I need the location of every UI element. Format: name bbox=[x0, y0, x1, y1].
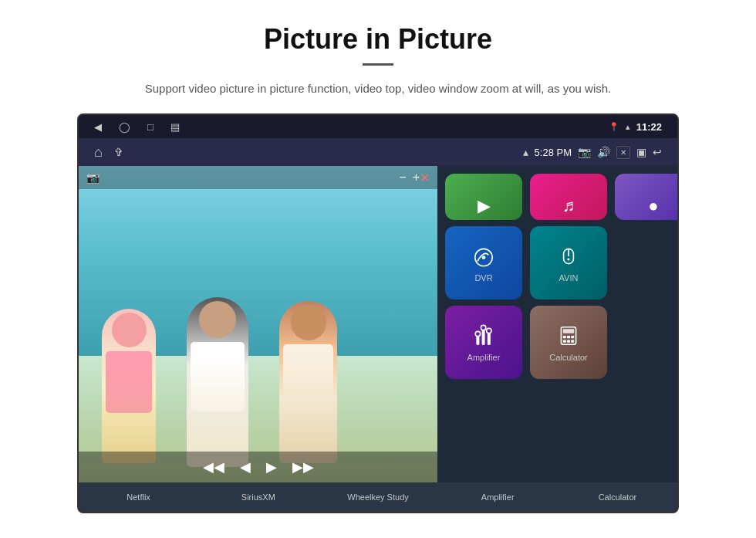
svg-rect-7 bbox=[488, 333, 491, 345]
device-wrapper: ◀ ◯ □ ▤ 📍 ▴ 11:22 ⌂ ✞ ▴ 5 bbox=[77, 113, 679, 513]
svg-rect-16 bbox=[563, 340, 566, 342]
head2 bbox=[199, 301, 236, 338]
close-bar-button[interactable]: ✕ bbox=[616, 146, 630, 159]
right-icons-bar: ▴ 5:28 PM 📷 🔊 ✕ ▣ ↩ bbox=[523, 146, 662, 159]
svg-rect-12 bbox=[563, 329, 574, 333]
svg-rect-6 bbox=[482, 330, 485, 345]
pip-minus-button[interactable]: − bbox=[399, 171, 406, 184]
svg-point-4 bbox=[567, 258, 569, 260]
svg-rect-13 bbox=[563, 336, 566, 338]
bottom-label-amplifier: Amplifier bbox=[438, 492, 558, 502]
head3 bbox=[291, 305, 326, 340]
avin-label: AVIN bbox=[559, 273, 579, 283]
mouse-icon bbox=[556, 244, 581, 269]
bottom-labels: Netflix SiriusXM Wheelkey Study Amplifie… bbox=[79, 482, 677, 512]
bottom-label-calculator: Calculator bbox=[558, 492, 677, 502]
next-button[interactable]: ▶ bbox=[266, 458, 277, 475]
back-bar-icon[interactable]: ↩ bbox=[653, 146, 662, 158]
volume-icon[interactable]: 🔊 bbox=[597, 146, 610, 158]
netflix-partial-icon[interactable]: ▶ bbox=[445, 174, 522, 220]
pip-cam-icon: 📷 bbox=[86, 171, 100, 184]
wifi-icon: ▴ bbox=[626, 122, 630, 132]
amplifier-app-icon[interactable]: Amplifier bbox=[445, 306, 522, 379]
dvr-app-icon[interactable]: DVR bbox=[445, 226, 522, 299]
header-section: Picture in Picture Support video picture… bbox=[0, 0, 756, 113]
fast-forward-button[interactable]: ▶▶ bbox=[292, 458, 314, 475]
svg-point-9 bbox=[481, 325, 485, 330]
pip-container[interactable]: 📷 − + ✕ ◀◀ ◀ ▶ ▶▶ bbox=[79, 166, 437, 482]
screenshot-icon[interactable]: ▤ bbox=[170, 121, 180, 133]
svg-point-10 bbox=[487, 328, 491, 333]
top-time: 11:22 bbox=[636, 121, 662, 133]
subtitle-text: Support video picture in picture functio… bbox=[62, 80, 694, 98]
pip-controls-bottom: ◀◀ ◀ ▶ ▶▶ bbox=[79, 452, 437, 482]
svg-rect-14 bbox=[567, 336, 570, 338]
wifi-bar-icon: ▴ bbox=[523, 146, 528, 158]
bottom-label-siriusxm: SiriusXM bbox=[198, 492, 318, 502]
siriusxm-partial-icon[interactable]: ♬ bbox=[530, 174, 607, 220]
main-content: 📷 − + ✕ ◀◀ ◀ ▶ ▶▶ bbox=[79, 166, 677, 482]
pip-plus-button[interactable]: + bbox=[413, 171, 420, 184]
secondary-time: 5:28 PM bbox=[535, 147, 572, 158]
status-icons-right: 📍 ▴ 11:22 bbox=[609, 121, 662, 133]
home-circle-icon[interactable]: ◯ bbox=[119, 121, 130, 133]
avin-app-icon[interactable]: AVIN bbox=[530, 226, 607, 299]
svg-rect-17 bbox=[567, 340, 570, 342]
status-bar-secondary: ⌂ ✞ ▴ 5:28 PM 📷 🔊 ✕ ▣ ↩ bbox=[79, 138, 677, 166]
pip-video: 📷 − + ✕ ◀◀ ◀ ▶ ▶▶ bbox=[79, 166, 437, 482]
speedometer-icon bbox=[471, 244, 496, 269]
pip-close-button[interactable]: ✕ bbox=[420, 171, 430, 185]
dvr-label: DVR bbox=[474, 273, 492, 283]
svg-rect-18 bbox=[571, 340, 574, 342]
pip-controls-top: 📷 − + ✕ bbox=[79, 166, 437, 189]
wheelkey-partial-icon[interactable]: ● bbox=[615, 174, 679, 220]
svg-rect-15 bbox=[571, 336, 574, 338]
svg-rect-5 bbox=[476, 336, 479, 345]
location-icon: 📍 bbox=[609, 122, 619, 132]
pip-icon[interactable]: ▣ bbox=[636, 146, 646, 158]
rewind-button[interactable]: ◀◀ bbox=[203, 458, 224, 475]
svg-point-1 bbox=[482, 255, 486, 259]
calculator-label: Calculator bbox=[549, 353, 588, 362]
home-icon[interactable]: ⌂ bbox=[94, 144, 103, 161]
amplifier-label: Amplifier bbox=[467, 353, 501, 362]
svg-point-8 bbox=[475, 331, 480, 336]
page-title: Picture in Picture bbox=[62, 23, 694, 56]
app-grid-area: ▶ ♬ ● bbox=[437, 166, 679, 482]
app-row-2: Amplifier bbox=[445, 306, 679, 379]
back-icon[interactable]: ◀ bbox=[94, 121, 102, 133]
app-row-1: DVR AVIN bbox=[445, 226, 679, 299]
device-frame: ◀ ◯ □ ▤ 📍 ▴ 11:22 ⌂ ✞ ▴ 5 bbox=[77, 113, 679, 513]
home-icon-area: ⌂ ✞ bbox=[94, 144, 123, 161]
title-divider bbox=[363, 63, 393, 66]
calculator-svg-icon bbox=[556, 323, 581, 348]
equalizer-icon bbox=[471, 323, 496, 348]
bottom-label-netflix: Netflix bbox=[79, 492, 198, 502]
recent-icon[interactable]: □ bbox=[147, 121, 154, 133]
prev-button[interactable]: ◀ bbox=[240, 458, 251, 475]
nav-icons-left: ◀ ◯ □ ▤ bbox=[94, 121, 180, 133]
status-bar-top: ◀ ◯ □ ▤ 📍 ▴ 11:22 bbox=[79, 115, 677, 138]
bottom-label-wheelkey: Wheelkey Study bbox=[318, 492, 437, 502]
partial-app-row: ▶ ♬ ● bbox=[445, 174, 679, 220]
calculator-app-icon[interactable]: Calculator bbox=[530, 306, 607, 379]
camera-icon[interactable]: 📷 bbox=[578, 146, 591, 158]
usb-icon: ✞ bbox=[114, 146, 123, 158]
head1 bbox=[112, 313, 147, 347]
